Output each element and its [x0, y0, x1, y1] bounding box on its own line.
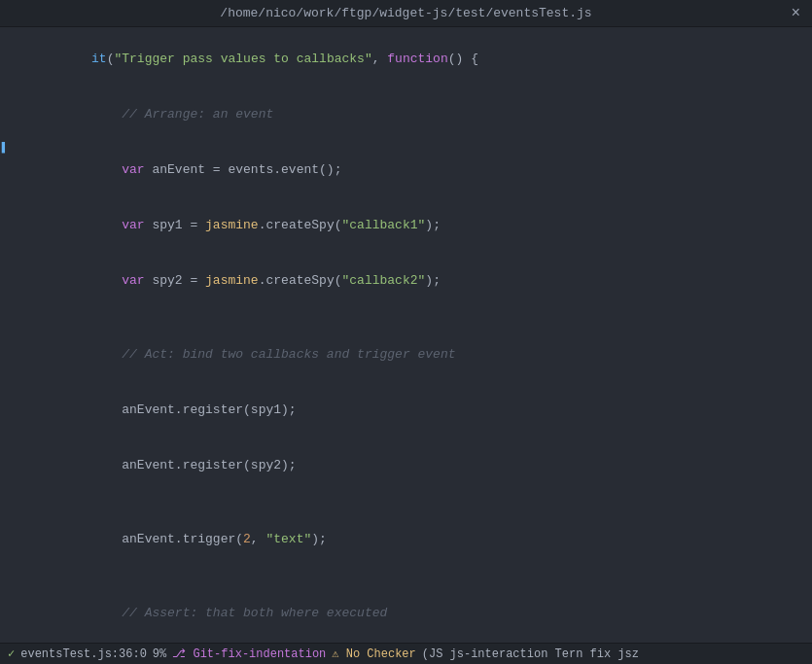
- line-content: [10, 308, 812, 327]
- status-filename: eventsTest.js:36:0: [20, 647, 147, 661]
- code-line: ▌ var anEvent = events.event();: [0, 142, 812, 197]
- code-line: anEvent.trigger(2, "text");: [0, 511, 812, 567]
- line-content: anEvent.register(spy1);: [10, 382, 812, 437]
- code-line: [0, 567, 812, 585]
- line-content: [10, 567, 812, 585]
- line-content: it("Trigger pass values to callbacks", f…: [10, 31, 812, 87]
- code-line: anEvent.register(spy2);: [0, 437, 812, 493]
- title-bar: /home/nico/work/ftgp/widget-js/test/even…: [0, 0, 812, 27]
- code-editor[interactable]: it("Trigger pass values to callbacks", f…: [0, 27, 812, 643]
- code-line: var spy2 = jasmine.createSpy("callback2"…: [0, 253, 812, 308]
- line-content: // Act: bind two callbacks and trigger e…: [10, 327, 812, 382]
- status-mode: (JS js-interaction Tern fix jsz: [422, 647, 639, 661]
- code-line: var spy1 = jasmine.createSpy("callback1"…: [0, 197, 812, 253]
- code-line: anEvent.register(spy1);: [0, 382, 812, 437]
- line-content: expect(spy1).toHaveBeenCalledWith(2, "te…: [10, 641, 812, 643]
- line-content: var anEvent = events.event();: [10, 142, 812, 197]
- status-percent: 9%: [153, 647, 166, 661]
- line-content: [10, 493, 812, 511]
- code-line: [0, 308, 812, 327]
- code-line: // Assert: that both where executed: [0, 585, 812, 641]
- line-content: // Arrange: an event: [10, 87, 812, 142]
- close-button[interactable]: ×: [791, 5, 800, 22]
- line-content: var spy2 = jasmine.createSpy("callback2"…: [10, 253, 812, 308]
- line-content: anEvent.trigger(2, "text");: [10, 511, 812, 567]
- title-text: /home/nico/work/ftgp/widget-js/test/even…: [220, 6, 591, 20]
- code-line: // Act: bind two callbacks and trigger e…: [0, 327, 812, 382]
- status-ok-icon: ✓: [8, 647, 15, 661]
- line-content: anEvent.register(spy2);: [10, 437, 812, 493]
- code-line: [0, 493, 812, 511]
- code-line: expect(spy1).toHaveBeenCalledWith(2, "te…: [0, 641, 812, 643]
- status-git: ⎇ Git-fix-indentation: [172, 647, 326, 661]
- line-content: // Assert: that both where executed: [10, 585, 812, 641]
- line-content: var spy1 = jasmine.createSpy("callback1"…: [10, 197, 812, 253]
- line-marker: ▌: [0, 142, 10, 154]
- code-line: // Arrange: an event: [0, 87, 812, 142]
- status-bar: ✓ eventsTest.js:36:0 9% ⎇ Git-fix-indent…: [0, 643, 812, 664]
- code-line: it("Trigger pass values to callbacks", f…: [0, 31, 812, 87]
- status-checker: ⚠ No Checker: [332, 647, 415, 661]
